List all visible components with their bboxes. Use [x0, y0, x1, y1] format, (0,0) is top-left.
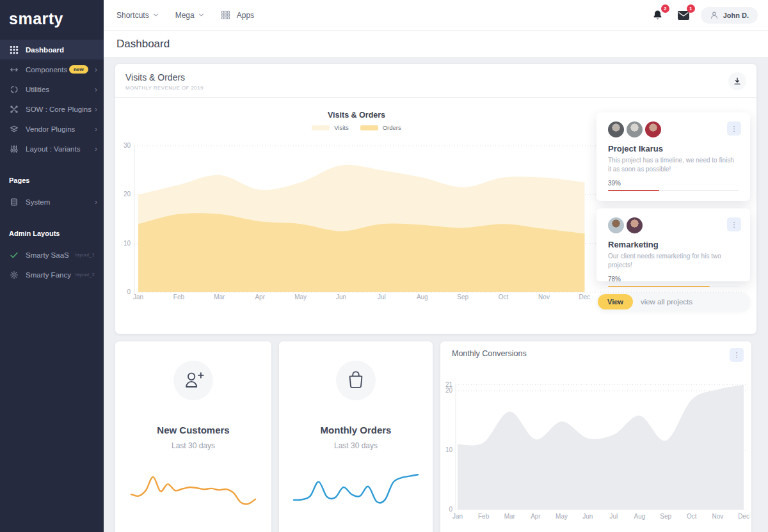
sidebar-item-smarty-saas[interactable]: Smarty SaaSlayout_1: [0, 245, 104, 265]
chart-title: Visits & Orders: [328, 111, 385, 120]
svg-text:Mar: Mar: [504, 513, 516, 520]
arrows-h-icon: [9, 65, 19, 75]
sidebar-item-components[interactable]: Componentsnew›: [0, 59, 104, 79]
database-icon: [9, 197, 19, 207]
svg-text:Aug: Aug: [417, 293, 428, 301]
sidebar-item-utilities[interactable]: Utilities›: [0, 79, 104, 99]
navbar-right: 2 1 John D.: [650, 7, 758, 24]
svg-text:Jun: Jun: [336, 293, 346, 301]
legend-swatch: [360, 125, 378, 130]
progress-percent: 39%: [608, 180, 739, 187]
svg-text:Sep: Sep: [457, 293, 468, 301]
page-header: Dashboard: [104, 31, 768, 57]
sidebar-menu: DashboardComponentsnew›Utilities›SOW : C…: [0, 40, 104, 285]
svg-text:Apr: Apr: [531, 513, 541, 520]
download-button[interactable]: [728, 72, 746, 90]
monthly-orders-card: Monthly Orders Last 30 days: [279, 341, 433, 532]
avatar: [645, 121, 661, 137]
view-button[interactable]: View: [598, 294, 633, 309]
card-title: Monthly Conversions: [452, 349, 527, 358]
avatar: [627, 121, 643, 137]
messages-button[interactable]: 1: [675, 7, 692, 24]
nav-menu-mega[interactable]: Mega: [175, 11, 204, 20]
svg-text:Jan: Jan: [133, 293, 143, 301]
kebab-menu-button[interactable]: [727, 217, 741, 231]
progress-bar: [608, 190, 739, 191]
sidebar-item-layout-variants[interactable]: Layout : Variants›: [0, 139, 104, 159]
svg-text:Aug: Aug: [634, 513, 646, 520]
progress-percent: 78%: [608, 276, 739, 283]
svg-text:Jul: Jul: [378, 293, 386, 301]
user-menu[interactable]: John D.: [701, 7, 758, 24]
sidebar-item-vendor-plugins[interactable]: Vendor Plugins›: [0, 119, 104, 139]
layout-meta-label: layout_2: [76, 272, 95, 278]
sidebar-section-header: Pages: [0, 176, 104, 184]
svg-text:10: 10: [124, 240, 131, 247]
download-icon: [733, 77, 742, 86]
nav-menu-shortcuts[interactable]: Shortcuts: [116, 11, 159, 20]
sidebar-item-label: System: [26, 198, 92, 206]
sidebar-item-dashboard[interactable]: Dashboard: [0, 40, 104, 59]
mail-icon: [678, 11, 689, 20]
grid-icon: [9, 45, 19, 55]
stat-subtitle: Last 30 days: [279, 441, 433, 450]
sidebar-item-label: Dashboard: [26, 46, 97, 54]
view-all-projects-link[interactable]: view all projects: [641, 298, 692, 306]
card-title: Visits & Orders: [125, 72, 746, 82]
svg-text:Feb: Feb: [173, 293, 185, 301]
nav-menu-apps[interactable]: Apps: [221, 10, 254, 20]
kebab-menu-button[interactable]: [727, 121, 741, 136]
svg-text:Jul: Jul: [609, 513, 618, 520]
notifications-button[interactable]: 2: [650, 7, 666, 24]
person-icon: [710, 11, 719, 20]
sidebar-item-label: Smarty Fancy: [26, 271, 76, 279]
app-logo: smarty: [0, 0, 104, 40]
content-area: Visits & Orders MONTHLY REVENUE OF 2019 …: [104, 57, 768, 532]
sidebar-item-smarty-fancy[interactable]: Smarty Fancylayout_2: [0, 265, 104, 285]
chevron-right-icon: ›: [95, 125, 97, 133]
new-customers-card: New Customers Last 30 days: [115, 341, 271, 532]
chevron-right-icon: ›: [95, 198, 97, 206]
stat-subtitle: Last 30 days: [115, 441, 271, 450]
sliders-icon: [9, 144, 19, 154]
svg-text:May: May: [556, 513, 568, 520]
svg-text:May: May: [294, 293, 307, 301]
chart-title-wrap: Visits & Orders: [115, 109, 598, 120]
page-title: Dashboard: [116, 38, 170, 51]
chevron-right-icon: ›: [95, 105, 97, 113]
legend-label: Orders: [383, 124, 401, 131]
svg-text:Dec: Dec: [579, 293, 591, 301]
svg-text:0: 0: [449, 506, 452, 513]
monthly-conversions-chart: 0102021JanFebMarAprMayJunJulAugSepOctNov…: [440, 367, 751, 532]
svg-text:Mar: Mar: [214, 293, 225, 301]
legend-item-visits: Visits: [312, 124, 349, 131]
sidebar: smarty DashboardComponentsnew›Utilities›…: [0, 0, 104, 532]
nav-menu-label: Mega: [175, 11, 195, 20]
sidebar-item-system[interactable]: System›: [0, 192, 104, 212]
svg-text:Apr: Apr: [255, 293, 265, 301]
svg-text:21: 21: [445, 381, 453, 388]
sidebar-item-label: Components: [26, 66, 69, 74]
sidebar-item-sow-core-plugins[interactable]: SOW : Core Plugins›: [0, 99, 104, 119]
project-description: Our client needs remarketing for his two…: [608, 252, 739, 269]
svg-text:20: 20: [124, 191, 131, 198]
stat-title: Monthly Orders: [279, 425, 433, 435]
kebab-menu-button[interactable]: [730, 348, 744, 362]
chart-legend: VisitsOrders: [115, 124, 598, 131]
chevron-right-icon: ›: [95, 145, 97, 153]
legend-label: Visits: [334, 124, 349, 131]
sidebar-section-header: Admin Layouts: [0, 230, 104, 237]
svg-text:Jan: Jan: [452, 513, 463, 520]
svg-text:Sep: Sep: [660, 513, 671, 520]
project-card-remarketing: Remarketing Our client needs remarketing…: [596, 208, 750, 281]
sidebar-item-label: Vendor Plugins: [26, 125, 92, 133]
new-badge: new: [69, 65, 88, 74]
project-title: Project Ikarus: [608, 144, 739, 153]
svg-text:Dec: Dec: [738, 513, 749, 520]
legend-swatch: [312, 125, 330, 130]
layout-meta-label: layout_1: [76, 252, 95, 258]
card-header: Visits & Orders MONTHLY REVENUE OF 2019: [115, 64, 756, 98]
top-navbar: ShortcutsMegaApps 2 1 John D.: [104, 0, 768, 31]
avatar: [627, 217, 643, 233]
nav-menu-label: Apps: [237, 11, 254, 20]
